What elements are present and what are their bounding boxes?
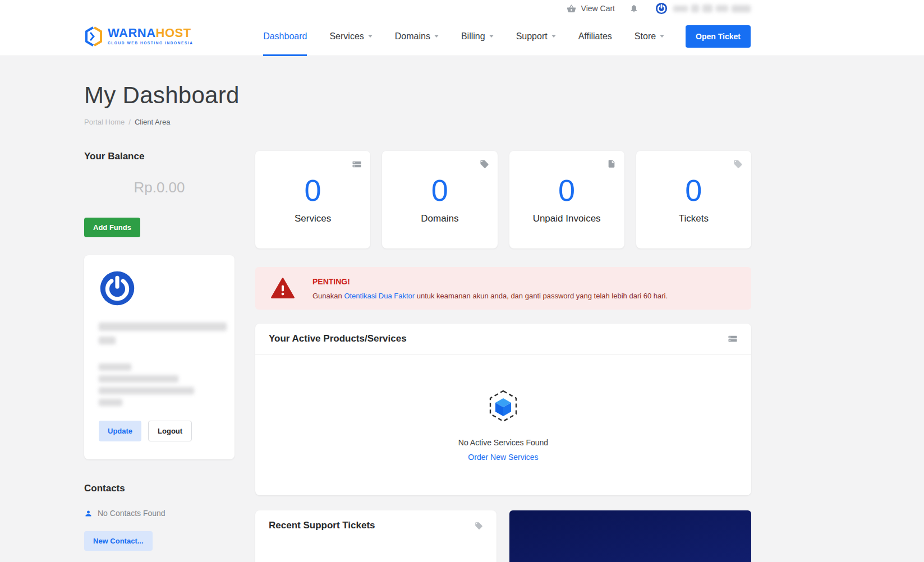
nav-item-affiliates[interactable]: Affiliates — [578, 17, 612, 56]
tickets-panel-title: Recent Support Tickets — [269, 520, 375, 531]
breadcrumb-separator: / — [128, 118, 131, 126]
page-content: My Dashboard Portal Home / Client Area Y… — [0, 56, 751, 562]
breadcrumb-portal-home[interactable]: Portal Home — [84, 118, 125, 126]
stat-card-tickets[interactable]: 0 Tickets — [636, 151, 751, 248]
view-cart-label: View Cart — [581, 4, 615, 13]
active-products-panel: Your Active Products/Services No Active … — [255, 324, 751, 495]
stat-card-unpaid-invoices[interactable]: 0 Unpaid Invoices — [509, 151, 624, 248]
nav-item-domains[interactable]: Domains — [395, 17, 439, 56]
no-contacts-text: No Contacts Found — [98, 509, 166, 518]
brand-name: WARNAHOST — [108, 27, 194, 39]
redacted-profile-name — [99, 323, 220, 344]
warning-triangle-icon — [270, 276, 296, 301]
order-new-services-link[interactable]: Order New Services — [468, 453, 538, 462]
nav-item-support[interactable]: Support — [516, 17, 556, 56]
two-factor-link[interactable]: Otentikasi Dua Faktor — [344, 292, 415, 300]
new-contact-button[interactable]: New Contact... — [84, 531, 153, 551]
stat-label: Domains — [421, 213, 458, 224]
alert-body: Gunakan Otentikasi Dua Faktor untuk keam… — [312, 292, 668, 300]
main-navbar: WARNAHOST CLOUD WEB HOSTING INDONESIA Da… — [0, 17, 924, 56]
alert-title: PENTING! — [312, 277, 668, 286]
contacts-heading: Contacts — [84, 483, 235, 494]
nav-item-store[interactable]: Store — [635, 17, 664, 56]
tag-icon — [480, 159, 489, 169]
balance-amount: Rp.0.00 — [84, 179, 235, 196]
stat-card-domains[interactable]: 0 Domains — [382, 151, 497, 248]
main-column: 0 Services 0 Domains 0 Unpaid Invoices — [255, 151, 751, 562]
redacted-username — [673, 4, 751, 12]
utility-bar: View Cart — [0, 0, 924, 17]
brand-tagline: CLOUD WEB HOSTING INDONESIA — [108, 42, 194, 45]
sidebar: Your Balance Rp.0.00 Add Funds — [84, 151, 235, 562]
profile-avatar — [99, 270, 136, 307]
stat-label: Services — [295, 213, 331, 224]
brand-hexagon-icon — [84, 26, 103, 47]
no-active-services-text: No Active Services Found — [458, 438, 548, 447]
contacts-section: Contacts No Contacts Found New Contact..… — [84, 483, 235, 551]
breadcrumb-current: Client Area — [135, 118, 171, 126]
stat-value: 0 — [558, 175, 575, 205]
security-alert: PENTING! Gunakan Otentikasi Dua Faktor u… — [255, 267, 751, 310]
chevron-down-icon — [434, 35, 439, 38]
stat-value: 0 — [305, 175, 321, 205]
view-cart-link[interactable]: View Cart — [567, 4, 615, 13]
empty-box-icon — [487, 389, 520, 423]
server-icon — [352, 159, 362, 169]
server-icon — [728, 334, 738, 344]
stat-value: 0 — [685, 175, 702, 205]
notifications-bell[interactable] — [629, 4, 638, 13]
user-avatar[interactable] — [655, 2, 668, 15]
chevron-down-icon — [368, 35, 373, 38]
nav-item-dashboard[interactable]: Dashboard — [263, 17, 307, 56]
tag-icon — [475, 522, 483, 530]
update-button[interactable]: Update — [99, 421, 141, 441]
promo-panel — [509, 510, 751, 562]
chevron-down-icon — [489, 35, 494, 38]
stat-label: Tickets — [679, 213, 709, 224]
page-title: My Dashboard — [84, 82, 751, 109]
chevron-down-icon — [660, 35, 664, 38]
nav-item-billing[interactable]: Billing — [461, 17, 494, 56]
power-logo-icon — [99, 270, 136, 307]
stat-value: 0 — [431, 175, 448, 205]
redacted-profile-address — [99, 363, 220, 406]
logout-button[interactable]: Logout — [148, 421, 192, 441]
basket-icon — [567, 4, 576, 13]
primary-nav: Dashboard Services Domains Billing Suppo… — [263, 17, 664, 56]
brand-logo[interactable]: WARNAHOST CLOUD WEB HOSTING INDONESIA — [84, 26, 194, 47]
file-icon — [607, 159, 616, 168]
recent-tickets-panel: Recent Support Tickets — [255, 510, 497, 562]
profile-card: Update Logout — [84, 255, 235, 459]
stat-label: Unpaid Invoices — [533, 213, 601, 224]
open-ticket-button[interactable]: Open Ticket — [686, 25, 751, 48]
nav-item-services[interactable]: Services — [329, 17, 372, 56]
stat-card-services[interactable]: 0 Services — [255, 151, 370, 248]
person-icon — [84, 509, 93, 518]
stat-cards: 0 Services 0 Domains 0 Unpaid Invoices — [255, 151, 751, 248]
tag-icon — [733, 159, 743, 169]
power-logo-icon — [655, 2, 668, 15]
chevron-down-icon — [551, 35, 556, 38]
bell-icon — [629, 4, 638, 13]
products-panel-title: Your Active Products/Services — [269, 333, 407, 344]
balance-heading: Your Balance — [84, 151, 235, 162]
breadcrumb: Portal Home / Client Area — [84, 118, 751, 126]
add-funds-button[interactable]: Add Funds — [84, 218, 140, 237]
